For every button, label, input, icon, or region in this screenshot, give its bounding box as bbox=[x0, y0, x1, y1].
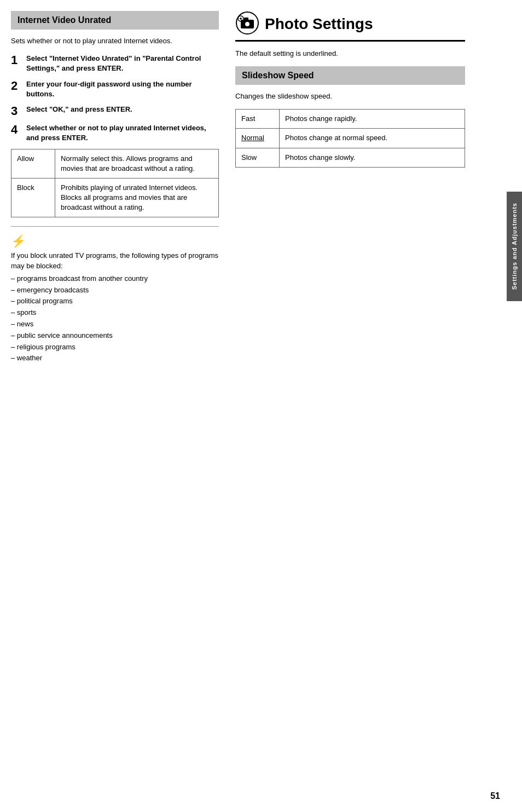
option-normal-description: Photos change at normal speed. bbox=[280, 129, 465, 148]
default-note: The default setting is underlined. bbox=[235, 49, 465, 57]
page-number: 51 bbox=[490, 791, 500, 801]
slideshow-speed-title: Slideshow Speed bbox=[242, 71, 459, 80]
sidebar-tab: Settings and Adjustments bbox=[507, 192, 522, 301]
option-slow-description: Photos change slowly. bbox=[280, 148, 465, 167]
table-row-block: Block Prohibits playing of unrated Inter… bbox=[11, 178, 219, 217]
slideshow-speed-section-header: Slideshow Speed bbox=[235, 66, 465, 85]
step-3-text: Select "OK," and press ENTER. bbox=[26, 105, 219, 114]
step-1: 1 Select "Internet Video Unrated" in "Pa… bbox=[11, 54, 219, 73]
option-fast: Fast bbox=[236, 110, 280, 129]
list-item: – religious programs bbox=[11, 342, 219, 353]
photo-settings-icon-wrapper bbox=[235, 11, 259, 37]
photo-settings-title: Photo Settings bbox=[265, 15, 373, 33]
step-4-text: Select whether or not to play unrated In… bbox=[26, 123, 219, 143]
option-allow: Allow bbox=[11, 149, 55, 178]
list-item: – weather bbox=[11, 353, 219, 364]
right-column: Photo Settings The default setting is un… bbox=[230, 11, 465, 801]
note-intro-text: If you block unrated TV programs, the fo… bbox=[11, 251, 219, 270]
list-item: – political programs bbox=[11, 296, 219, 307]
svg-point-2 bbox=[245, 21, 250, 27]
step-4-number: 4 bbox=[11, 123, 26, 136]
option-fast-description: Photos change rapidly. bbox=[280, 110, 465, 129]
slideshow-intro: Changes the slideshow speed. bbox=[235, 91, 465, 101]
option-slow: Slow bbox=[236, 148, 280, 167]
option-allow-description: Normally select this. Allows programs an… bbox=[55, 149, 219, 178]
step-2-text: Enter your four-digit password using the… bbox=[26, 79, 219, 99]
note-list: – programs broadcast from another countr… bbox=[11, 273, 219, 364]
internet-video-section-header: Internet Video Unrated bbox=[11, 11, 219, 30]
note-icon: ⚡ bbox=[11, 234, 219, 249]
step-2: 2 Enter your four-digit password using t… bbox=[11, 79, 219, 99]
table-row-allow: Allow Normally select this. Allows progr… bbox=[11, 149, 219, 178]
step-3: 3 Select "OK," and press ENTER. bbox=[11, 105, 219, 118]
svg-rect-3 bbox=[244, 18, 248, 20]
sidebar-tab-label: Settings and Adjustments bbox=[511, 203, 518, 290]
main-content: Internet Video Unrated Sets whether or n… bbox=[0, 0, 522, 812]
option-block: Block bbox=[11, 178, 55, 217]
internet-video-title: Internet Video Unrated bbox=[18, 15, 212, 25]
step-1-text: Select "Internet Video Unrated" in "Pare… bbox=[26, 54, 219, 73]
section-divider bbox=[11, 226, 219, 227]
table-row-slow: Slow Photos change slowly. bbox=[236, 148, 465, 167]
step-1-number: 1 bbox=[11, 54, 26, 67]
note-section: ⚡ If you block unrated TV programs, the … bbox=[11, 234, 219, 364]
step-4: 4 Select whether or not to play unrated … bbox=[11, 123, 219, 143]
photo-icon bbox=[235, 11, 259, 35]
page-container: Internet Video Unrated Sets whether or n… bbox=[0, 0, 522, 812]
icon-container bbox=[235, 11, 259, 37]
list-item: – sports bbox=[11, 307, 219, 319]
photo-settings-header: Photo Settings bbox=[235, 11, 465, 42]
table-row-normal: Normal Photos change at normal speed. bbox=[236, 129, 465, 148]
left-column: Internet Video Unrated Sets whether or n… bbox=[11, 11, 219, 801]
table-row-fast: Fast Photos change rapidly. bbox=[236, 110, 465, 129]
list-item: – emergency broadcasts bbox=[11, 285, 219, 296]
option-normal: Normal bbox=[236, 129, 280, 148]
list-item: – public service announcements bbox=[11, 330, 219, 342]
list-item: – programs broadcast from another countr… bbox=[11, 273, 219, 285]
list-item: – news bbox=[11, 319, 219, 330]
step-2-number: 2 bbox=[11, 79, 26, 93]
slideshow-options-table: Fast Photos change rapidly. Normal Photo… bbox=[235, 109, 465, 168]
option-block-description: Prohibits playing of unrated Internet vi… bbox=[55, 178, 219, 217]
internet-video-intro: Sets whether or not to play unrated Inte… bbox=[11, 36, 219, 46]
option-normal-text: Normal bbox=[241, 134, 264, 142]
options-table: Allow Normally select this. Allows progr… bbox=[11, 149, 219, 218]
step-3-number: 3 bbox=[11, 105, 26, 118]
